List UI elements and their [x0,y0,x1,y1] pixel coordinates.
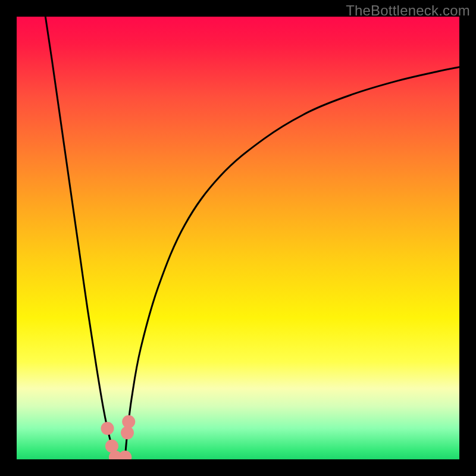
data-marker [118,450,131,459]
plot-area [17,17,459,459]
curves-svg [17,17,459,459]
data-marker [105,440,118,453]
data-marker [122,415,135,428]
curve-right-branch [125,67,459,457]
data-marker [101,422,114,435]
curve-left-branch [45,17,115,457]
watermark-text: TheBottleneck.com [346,2,470,19]
chart-frame: TheBottleneck.com [0,0,476,476]
data-marker [121,426,134,439]
